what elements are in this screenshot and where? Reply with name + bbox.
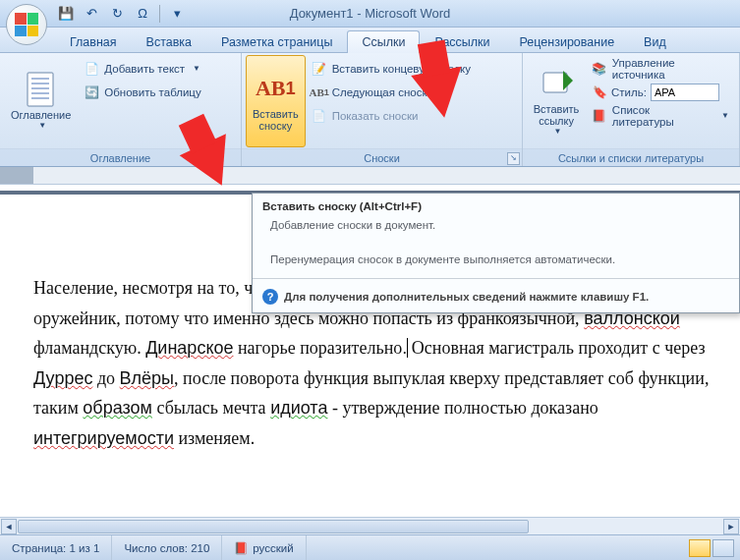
- ribbon: Оглавление ▼ 📄 Добавить текст ▼ 🔄 Обнови…: [0, 53, 740, 167]
- toc-label: Оглавление: [11, 109, 71, 121]
- proofing-icon: 📕: [234, 541, 248, 555]
- insert-citation-label1: Вставить: [534, 103, 580, 115]
- show-notes-icon: 📄: [312, 108, 327, 124]
- bibliography-label: Список литературы: [612, 104, 713, 128]
- footnote-tooltip: Вставить сноску (Alt+Ctrl+F) Добавление …: [252, 193, 740, 313]
- chevron-down-icon: ▾: [174, 6, 181, 21]
- insert-footnote-label1: Вставить: [253, 108, 299, 120]
- footnote-icon: AB1: [258, 72, 292, 105]
- update-toc-button[interactable]: 🔄 Обновить таблицу: [78, 81, 206, 103]
- chevron-down-icon: ▼: [38, 121, 46, 130]
- office-button[interactable]: [6, 4, 47, 45]
- style-icon: 🔖: [592, 84, 607, 100]
- group-citations-label: Ссылки и списки литературы: [523, 148, 739, 166]
- scroll-right-button[interactable]: ►: [723, 519, 739, 534]
- add-text-label: Добавить текст: [104, 63, 185, 75]
- tooltip-f1: Для получения дополнительных сведений на…: [284, 291, 649, 303]
- undo-icon: ↶: [86, 6, 97, 21]
- qat-save[interactable]: 💾: [55, 3, 77, 25]
- tab-view[interactable]: Вид: [629, 30, 681, 53]
- add-text-icon: 📄: [84, 61, 99, 77]
- insert-citation-label2: ссылку: [539, 115, 574, 127]
- toc-icon: [25, 73, 58, 106]
- view-full-screen[interactable]: [712, 539, 734, 557]
- insert-footnote-button[interactable]: AB1 Вставить сноску: [246, 55, 306, 147]
- horizontal-scrollbar[interactable]: ◄ ►: [0, 517, 740, 534]
- redo-icon: ↻: [112, 6, 123, 21]
- qat-redo[interactable]: ↻: [106, 3, 128, 25]
- status-page[interactable]: Страница: 1 из 1: [0, 535, 112, 560]
- qat-customize[interactable]: ▾: [166, 3, 188, 25]
- group-footnotes-label: Сноски ↘: [242, 148, 522, 166]
- style-label: Стиль:: [611, 86, 647, 98]
- tab-insert[interactable]: Вставка: [132, 30, 206, 53]
- next-footnote-icon: AB1: [312, 84, 327, 100]
- scroll-left-button[interactable]: ◄: [1, 519, 17, 534]
- view-buttons: [685, 535, 740, 560]
- tooltip-line2: Перенумерация сносок в документе выполня…: [270, 252, 729, 268]
- help-icon: ?: [262, 289, 278, 305]
- qat-repeat[interactable]: Ω: [132, 3, 153, 25]
- quick-access-toolbar: 💾 ↶ ↻ Ω ▾: [55, 0, 188, 27]
- group-footnotes: AB1 Вставить сноску 📝 Вставить концевую …: [242, 53, 523, 166]
- horizontal-ruler[interactable]: [0, 167, 740, 185]
- status-words[interactable]: Число слов: 210: [112, 535, 222, 560]
- insert-citation-button[interactable]: Вставить ссылку ▼: [527, 55, 586, 147]
- status-language[interactable]: 📕 русский: [222, 535, 306, 560]
- endnote-icon: 📝: [312, 61, 327, 77]
- bibliography-icon: 📕: [592, 108, 607, 124]
- annotation-arrow-2: [411, 67, 470, 122]
- add-text-button[interactable]: 📄 Добавить текст ▼: [78, 57, 206, 80]
- view-print-layout[interactable]: [689, 539, 711, 557]
- save-icon: 💾: [58, 6, 74, 21]
- qat-separator: [159, 5, 160, 23]
- show-notes-label: Показать сноски: [332, 110, 419, 122]
- update-icon: 🔄: [84, 84, 99, 100]
- tab-references[interactable]: Ссылки: [347, 30, 420, 53]
- svg-rect-0: [28, 73, 53, 106]
- title-bar: 💾 ↶ ↻ Ω ▾ Документ1 - Microsoft Word: [0, 0, 740, 28]
- ribbon-tabs: Главная Вставка Разметка страницы Ссылки…: [0, 28, 740, 53]
- repeat-icon: Ω: [138, 6, 147, 21]
- ruler-margin-icon: [0, 167, 33, 184]
- chevron-down-icon: ▼: [721, 111, 729, 120]
- manage-sources-button[interactable]: 📚 Управление источника: [586, 57, 735, 80]
- update-label: Обновить таблицу: [104, 86, 200, 98]
- tab-home[interactable]: Главная: [55, 30, 132, 53]
- tooltip-line1: Добавление сноски в документ.: [270, 217, 729, 234]
- qat-undo[interactable]: ↶: [81, 3, 102, 25]
- chevron-down-icon: ▼: [193, 64, 200, 73]
- manage-sources-label: Управление источника: [612, 57, 729, 81]
- tooltip-title: Вставить сноску (Alt+Ctrl+F): [253, 194, 739, 217]
- insert-footnote-label2: сноску: [259, 120, 293, 132]
- toc-button[interactable]: Оглавление ▼: [4, 55, 78, 147]
- tooltip-separator: [253, 278, 739, 279]
- chevron-down-icon: ▼: [554, 127, 562, 136]
- status-bar: Страница: 1 из 1 Число слов: 210 📕 русск…: [0, 534, 740, 560]
- citation-icon: [540, 67, 573, 100]
- group-citations: Вставить ссылку ▼ 📚 Управление источника…: [523, 53, 740, 166]
- manage-sources-icon: 📚: [592, 61, 607, 77]
- office-logo-icon: [15, 13, 38, 36]
- scroll-thumb[interactable]: [18, 520, 529, 533]
- footnotes-dialog-launcher[interactable]: ↘: [507, 152, 520, 165]
- tab-review[interactable]: Рецензирование: [505, 30, 630, 53]
- tab-layout[interactable]: Разметка страницы: [206, 30, 347, 53]
- citation-style-row: 🔖 Стиль:: [586, 81, 735, 103]
- style-select[interactable]: [651, 84, 719, 101]
- bibliography-button[interactable]: 📕 Список литературы ▼: [586, 104, 735, 127]
- status-language-label: русский: [253, 542, 293, 554]
